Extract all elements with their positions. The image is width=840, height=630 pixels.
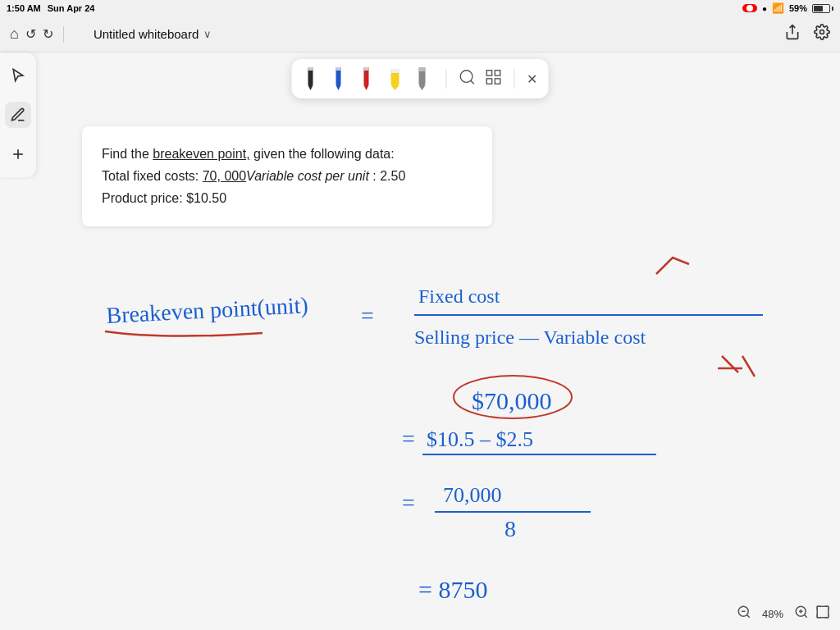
svg-marker-2 <box>308 85 313 90</box>
svg-rect-15 <box>419 67 426 71</box>
svg-marker-8 <box>364 85 369 90</box>
marker-tool[interactable] <box>415 66 435 92</box>
svg-rect-12 <box>391 69 399 73</box>
svg-text:70,000: 70,000 <box>443 483 502 507</box>
home-button[interactable]: ⌂ <box>10 25 19 43</box>
card-line-2: Total fixed costs: 70, 000Variable cost … <box>102 165 472 187</box>
dot-indicator: ● <box>762 4 767 13</box>
svg-rect-21 <box>495 78 500 83</box>
recording-indicator <box>742 4 757 12</box>
close-toolbar-button[interactable]: ✕ <box>527 71 537 87</box>
eraser-tool[interactable] <box>485 68 503 90</box>
svg-point-0 <box>820 30 824 34</box>
pencil-black-tool[interactable] <box>304 66 323 92</box>
zoom-out-button[interactable] <box>737 605 751 623</box>
svg-text:Selling price — Variable cost: Selling price — Variable cost <box>414 326 646 348</box>
pointer-tool[interactable] <box>5 62 31 89</box>
title-dropdown-icon[interactable]: ∨ <box>203 28 212 40</box>
status-bar: 1:50 AM Sun Apr 24 ● 📶 59% <box>0 0 840 16</box>
svg-line-40 <box>746 614 749 617</box>
breakeven-underline: breakeven point, <box>153 147 249 161</box>
whiteboard-canvas[interactable]: Find the breakeven point, given the foll… <box>0 52 840 630</box>
svg-text:Breakeven point(unit): Breakeven point(unit) <box>106 292 309 328</box>
svg-rect-19 <box>495 70 500 75</box>
svg-rect-9 <box>364 67 369 71</box>
title-area: Untitled whiteboard ∨ <box>94 27 212 41</box>
svg-line-17 <box>471 80 474 84</box>
toolbar-separator-2 <box>514 69 515 89</box>
time-display: 1:50 AM <box>7 3 41 13</box>
fixed-cost-underline: 70, 000 <box>203 169 246 183</box>
toolbar: ✕ <box>292 59 549 98</box>
variable-cost-label: Variable cost per unit <box>246 169 369 183</box>
svg-text:$10.5 – $2.5: $10.5 – $2.5 <box>427 427 533 451</box>
pen-tool[interactable] <box>5 102 31 128</box>
redo-button[interactable]: ↻ <box>43 26 53 42</box>
nav-bar: ⌂ ↺ ↻ Untitled whiteboard ∨ <box>0 16 840 52</box>
svg-marker-5 <box>336 85 341 90</box>
zoom-in-button[interactable] <box>794 605 809 623</box>
svg-text:$70,000: $70,000 <box>472 387 552 414</box>
svg-text:= 8750: = 8750 <box>418 576 487 603</box>
text-card: Find the breakeven point, given the foll… <box>82 126 492 226</box>
svg-rect-6 <box>336 67 341 71</box>
card-line-1: Find the breakeven point, given the foll… <box>102 143 472 165</box>
nav-divider <box>63 26 64 43</box>
pencil-red-tool[interactable] <box>359 66 379 92</box>
settings-button[interactable] <box>814 24 830 44</box>
variable-cost-value: : 2.50 <box>369 169 405 183</box>
left-sidebar <box>0 52 36 177</box>
svg-point-16 <box>460 70 472 82</box>
svg-rect-18 <box>486 70 491 75</box>
share-button[interactable] <box>784 24 801 44</box>
svg-marker-11 <box>391 85 399 90</box>
pencil-blue-tool[interactable] <box>331 66 351 92</box>
date-display: Sun Apr 24 <box>48 3 95 13</box>
bottom-bar: 48% <box>727 597 840 630</box>
zoom-level-display: 48% <box>758 608 788 620</box>
lasso-tool[interactable] <box>459 68 477 90</box>
svg-point-30 <box>454 376 572 418</box>
svg-text:Fixed cost: Fixed cost <box>418 285 500 307</box>
add-element-button[interactable] <box>5 141 31 167</box>
svg-text:8: 8 <box>504 516 516 541</box>
wifi-icon: 📶 <box>772 2 784 14</box>
svg-text:=: = <box>402 490 415 515</box>
svg-rect-20 <box>486 78 491 83</box>
whiteboard-title[interactable]: Untitled whiteboard <box>94 27 199 41</box>
toolbar-separator <box>446 69 447 89</box>
fit-screen-button[interactable] <box>815 605 830 623</box>
pencil-yellow-tool[interactable] <box>387 66 407 92</box>
svg-line-43 <box>804 614 806 617</box>
card-line-3: Product price: $10.50 <box>102 187 472 209</box>
svg-rect-46 <box>817 606 829 618</box>
svg-rect-3 <box>308 67 313 71</box>
battery-percent: 59% <box>789 3 807 13</box>
undo-button[interactable]: ↺ <box>25 26 36 42</box>
svg-marker-14 <box>419 85 426 90</box>
svg-text:=: = <box>361 303 374 328</box>
svg-text:=: = <box>402 426 415 451</box>
battery-icon <box>812 4 833 13</box>
